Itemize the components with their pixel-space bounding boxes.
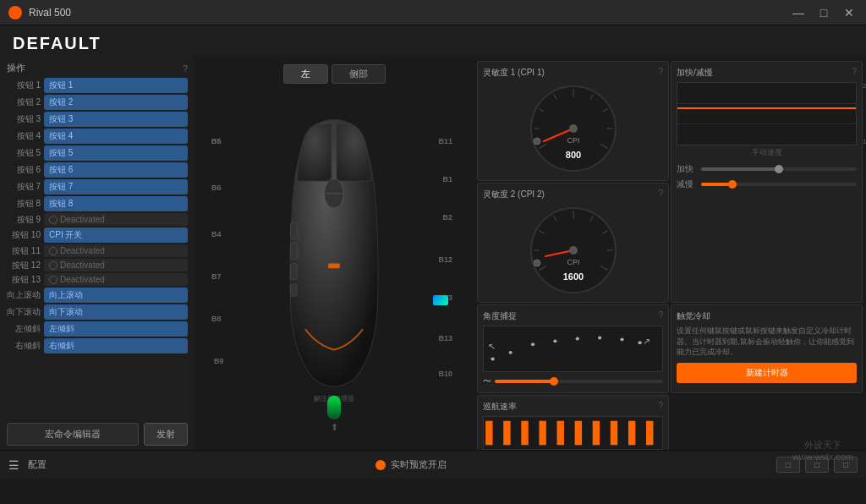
btn-action-btn4[interactable]: 按钮 4 bbox=[44, 129, 188, 144]
btn-action-btn1[interactable]: 按钮 1 bbox=[44, 78, 188, 93]
btn-key-label: 按钮 3 bbox=[7, 113, 41, 125]
svg-text:800: 800 bbox=[565, 150, 580, 160]
tactile-label: 触觉冷却 bbox=[677, 310, 710, 322]
angle-help[interactable]: ? bbox=[658, 310, 663, 322]
label-b6: B6 bbox=[211, 184, 222, 192]
decel-slider-track[interactable] bbox=[701, 183, 857, 186]
manual-speed-label: 手动速度 bbox=[677, 147, 857, 158]
cruise-label: 巡航速率 bbox=[483, 401, 517, 413]
svg-rect-6 bbox=[328, 263, 340, 268]
svg-point-44 bbox=[639, 341, 642, 344]
angle-slider[interactable] bbox=[495, 380, 663, 383]
mouse-area: B5 B5 B6 B4 B7 B8 B9 B11 B1 B2 B12 B3 B1… bbox=[195, 90, 474, 450]
bottom-btn-2[interactable]: □ bbox=[805, 457, 829, 473]
btn-key-label: 按钮 11 bbox=[7, 245, 41, 257]
svg-rect-57 bbox=[575, 421, 582, 446]
label-b4: B4 bbox=[211, 230, 222, 238]
btn-action-scrolldown[interactable]: 向下滚动 bbox=[44, 304, 188, 320]
accel-slider-track[interactable] bbox=[701, 167, 857, 171]
fire-button[interactable]: 发射 bbox=[144, 423, 188, 446]
svg-point-41 bbox=[576, 337, 579, 341]
label-b7: B7 bbox=[211, 272, 222, 281]
tab-side[interactable]: 侧部 bbox=[332, 64, 386, 84]
btn-action-btn6[interactable]: 按钮 6 bbox=[44, 162, 188, 178]
angle-section: 角度捕捉 ? ↖ bbox=[477, 304, 669, 393]
btn-action-btn8[interactable]: 按钮 8 bbox=[44, 196, 188, 211]
mouse-tabs: 左 侧部 bbox=[195, 58, 474, 90]
macro-editor-button[interactable]: 宏命令编辑器 bbox=[7, 423, 139, 446]
svg-text:CPI: CPI bbox=[567, 136, 579, 145]
right-panel: 灵敏度 1 (CPI 1) ? bbox=[474, 58, 866, 450]
list-item: 按钮 1 按钮 1 bbox=[7, 78, 188, 93]
tab-left[interactable]: 左 bbox=[283, 64, 328, 84]
cruise-help[interactable]: ? bbox=[658, 401, 663, 413]
btn-action-btn2[interactable]: 按钮 2 bbox=[44, 95, 188, 110]
cpi2-help[interactable]: ? bbox=[658, 189, 663, 200]
list-item: 按钮 7 按钮 7 bbox=[7, 179, 188, 194]
angle-slider-thumb[interactable] bbox=[550, 377, 558, 386]
angle-label: 角度捕捉 bbox=[483, 310, 517, 322]
help-icon[interactable]: ? bbox=[183, 63, 188, 74]
list-item: 按钮 4 按钮 4 bbox=[7, 129, 188, 144]
app-icon bbox=[8, 6, 22, 19]
svg-text:↗: ↗ bbox=[643, 337, 650, 346]
minimize-button[interactable]: — bbox=[790, 6, 807, 19]
angle-graph: ↖ ↗ bbox=[483, 326, 663, 372]
svg-rect-53 bbox=[539, 421, 545, 446]
btn-action-btn11[interactable]: Deactivated bbox=[44, 244, 188, 257]
content-area: 操作 ? 按钮 1 按钮 1 按钮 2 按钮 2 按钮 3 按钮 3 按 bbox=[0, 58, 866, 450]
label-b10: B10 bbox=[438, 370, 452, 378]
bottom-btn-1[interactable]: □ bbox=[776, 457, 800, 473]
btn-action-btn5[interactable]: 按钮 5 bbox=[44, 145, 188, 161]
btn-key-label: 向上滚动 bbox=[7, 289, 41, 301]
btn-action-tiltleft[interactable]: 左倾斜 bbox=[44, 321, 188, 337]
left-panel: 操作 ? 按钮 1 按钮 1 按钮 2 按钮 2 按钮 3 按钮 3 按 bbox=[0, 58, 195, 450]
maximize-button[interactable]: □ bbox=[815, 6, 832, 19]
svg-text:1600: 1600 bbox=[562, 271, 583, 282]
list-item: 按钮 9 Deactivated bbox=[7, 213, 188, 226]
svg-rect-52 bbox=[530, 421, 537, 446]
svg-rect-63 bbox=[628, 421, 635, 446]
svg-point-37 bbox=[491, 358, 494, 361]
list-item: 按钮 10 CPI 开关 bbox=[7, 227, 188, 243]
btn-action-scrollup[interactable]: 向上滚动 bbox=[44, 288, 188, 303]
btn-action-btn9[interactable]: Deactivated bbox=[44, 213, 188, 226]
bottom-btn-3[interactable]: □ bbox=[834, 457, 858, 473]
decel-slider-thumb[interactable] bbox=[728, 180, 737, 189]
accel-y-labels: 2x 1/2 bbox=[863, 82, 866, 145]
accel-title: 加快/减慢 ? bbox=[677, 67, 857, 79]
operations-label: 操作 bbox=[7, 62, 25, 74]
label-b8: B8 bbox=[211, 315, 222, 323]
accel-y-min: 1/2 bbox=[863, 138, 866, 145]
angle-slider-fill bbox=[495, 380, 554, 383]
svg-point-40 bbox=[553, 339, 556, 342]
list-item: 按钮 11 Deactivated bbox=[7, 244, 188, 257]
btn-action-btn12[interactable]: Deactivated bbox=[44, 259, 188, 271]
btn-action-btn7[interactable]: 按钮 7 bbox=[44, 179, 188, 194]
btn-key-label: 按钮 2 bbox=[7, 96, 41, 108]
list-item: 按钮 5 按钮 5 bbox=[7, 145, 188, 161]
cpi1-help[interactable]: ? bbox=[658, 67, 663, 79]
list-icon[interactable]: ☰ bbox=[8, 458, 19, 472]
label-b11: B11 bbox=[438, 137, 452, 145]
btn-action-btn3[interactable]: 按钮 3 bbox=[44, 112, 188, 127]
label-b12: B12 bbox=[438, 255, 452, 264]
btn-key-label: 按钮 12 bbox=[7, 260, 41, 271]
cpi2-section: 灵敏度 2 (CPI 2) ? bbox=[477, 183, 669, 303]
angle-title: 角度捕捉 ? bbox=[483, 310, 663, 322]
indicator-icon: ⬆ bbox=[331, 422, 338, 433]
list-item: 向上滚动 向上滚动 bbox=[7, 288, 188, 303]
btn-action-btn13[interactable]: Deactivated bbox=[44, 273, 188, 286]
app-title: Rival 500 bbox=[29, 7, 71, 19]
btn-action-tiltright[interactable]: 右倾斜 bbox=[44, 338, 188, 353]
mouse-svg bbox=[271, 99, 397, 395]
accel-slider-thumb[interactable] bbox=[775, 165, 783, 173]
svg-rect-60 bbox=[601, 421, 608, 446]
accel-help[interactable]: ? bbox=[852, 67, 857, 79]
label-b2: B2 bbox=[442, 213, 452, 222]
close-button[interactable]: ✕ bbox=[841, 6, 858, 19]
svg-point-33 bbox=[569, 246, 578, 255]
btn-key-label: 按钮 7 bbox=[7, 181, 41, 193]
btn-action-btn10[interactable]: CPI 开关 bbox=[44, 227, 188, 243]
new-timer-button[interactable]: 新建计时器 bbox=[677, 363, 857, 383]
